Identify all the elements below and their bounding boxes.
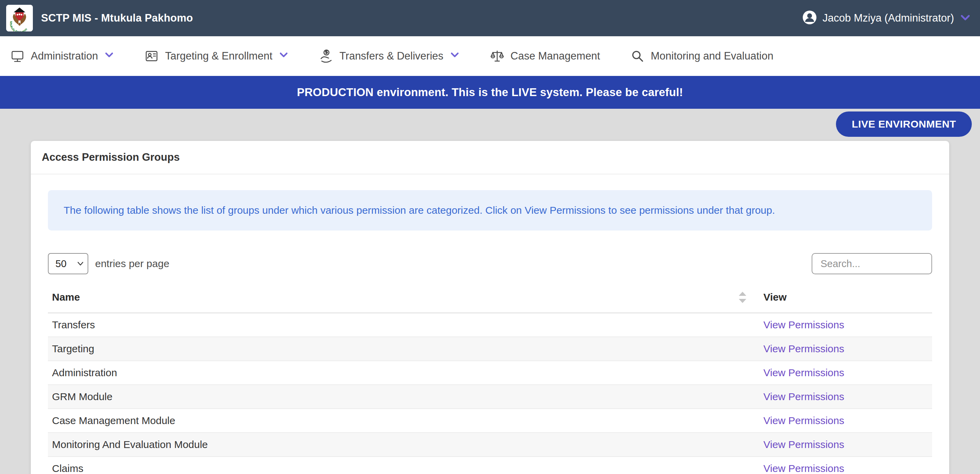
view-permissions-link[interactable]: View Permissions (764, 391, 844, 402)
sort-icon[interactable] (739, 292, 746, 303)
menu-label: Targeting & Enrollment (165, 50, 272, 62)
menu-label: Administration (31, 50, 98, 62)
entries-select-wrap: 50 (48, 253, 88, 274)
column-header-view: View (759, 282, 932, 313)
table-row: Transfers View Permissions (48, 313, 932, 337)
entries-per-page-label: entries per page (95, 258, 169, 269)
main-menu: Administration Targeting & Enrollment (0, 36, 980, 76)
group-name: GRM Module (48, 385, 759, 409)
menu-item-administration[interactable]: Administration (10, 49, 114, 63)
group-name: Targeting (48, 337, 759, 361)
app-logo: Mtukula Pakhomo (6, 5, 33, 32)
view-permissions-link[interactable]: View Permissions (764, 343, 844, 354)
menu-item-case-management[interactable]: Case Management (490, 49, 600, 63)
permission-groups-table: Name View Transfers View Permissions (48, 282, 932, 474)
user-name: Jacob Mziya (Administrator) (822, 12, 954, 24)
live-environment-button[interactable]: LIVE ENVIRONMENT (836, 111, 972, 137)
top-navbar: Mtukula Pakhomo SCTP MIS - Mtukula Pakho… (0, 0, 980, 36)
user-menu[interactable]: Jacob Mziya (Administrator) (802, 10, 971, 26)
table-row: Administration View Permissions (48, 361, 932, 385)
production-warning-text: PRODUCTION environment. This is the LIVE… (297, 86, 683, 99)
hand-money-icon (319, 49, 333, 63)
info-alert: The following table shows the list of gr… (48, 190, 932, 230)
menu-label: Transfers & Deliveries (339, 50, 444, 62)
menu-item-transfers-deliveries[interactable]: Transfers & Deliveries (319, 49, 460, 63)
menu-label: Case Management (511, 50, 600, 62)
search-icon (630, 49, 645, 63)
menu-item-monitoring-evaluation[interactable]: Monitoring and Evaluation (630, 49, 773, 63)
view-permissions-link[interactable]: View Permissions (764, 367, 844, 378)
group-name: Claims (48, 457, 759, 474)
scales-icon (490, 49, 504, 63)
monitor-icon (10, 49, 25, 63)
user-avatar-icon (802, 10, 817, 26)
search-input[interactable] (811, 253, 932, 274)
table-row: Targeting View Permissions (48, 337, 932, 361)
table-controls: 50 entries per page (48, 253, 932, 274)
production-warning-banner: PRODUCTION environment. This is the LIVE… (0, 76, 980, 109)
entries-per-page-select[interactable]: 50 (48, 253, 88, 274)
group-name: Monitoring And Evaluation Module (48, 433, 759, 457)
card-body: The following table shows the list of gr… (31, 174, 949, 474)
mtukula-pakhomo-logo-icon: Mtukula Pakhomo (6, 5, 33, 32)
group-name: Administration (48, 361, 759, 385)
table-row: Monitoring And Evaluation Module View Pe… (48, 433, 932, 457)
table-row: Claims View Permissions (48, 457, 932, 474)
environment-badge-row: LIVE ENVIRONMENT (8, 109, 972, 140)
group-name: Transfers (48, 313, 759, 337)
access-permission-groups-card: Access Permission Groups The following t… (31, 141, 949, 474)
card-header: Access Permission Groups (31, 141, 949, 174)
chevron-down-icon (104, 50, 114, 62)
view-permissions-link[interactable]: View Permissions (764, 463, 844, 474)
view-permissions-link[interactable]: View Permissions (764, 319, 844, 330)
column-header-name[interactable]: Name (48, 282, 759, 313)
table-row: GRM Module View Permissions (48, 385, 932, 409)
menu-label: Monitoring and Evaluation (651, 50, 773, 62)
chevron-down-icon (278, 50, 289, 62)
table-row: Case Management Module View Permissions (48, 409, 932, 433)
page-content: LIVE ENVIRONMENT Access Permission Group… (0, 109, 980, 474)
chevron-down-icon (450, 50, 460, 62)
app-title: SCTP MIS - Mtukula Pakhomo (41, 12, 193, 24)
info-alert-text: The following table shows the list of gr… (64, 205, 775, 216)
page-title: Access Permission Groups (42, 151, 180, 163)
group-name: Case Management Module (48, 409, 759, 433)
id-card-icon (145, 49, 159, 63)
view-permissions-link[interactable]: View Permissions (764, 439, 844, 450)
user-menu-chevron-down-icon[interactable] (959, 12, 971, 24)
column-header-name-label: Name (52, 292, 80, 303)
table-header-row: Name View (48, 282, 932, 313)
view-permissions-link[interactable]: View Permissions (764, 415, 844, 426)
menu-item-targeting-enrollment[interactable]: Targeting & Enrollment (145, 49, 289, 63)
